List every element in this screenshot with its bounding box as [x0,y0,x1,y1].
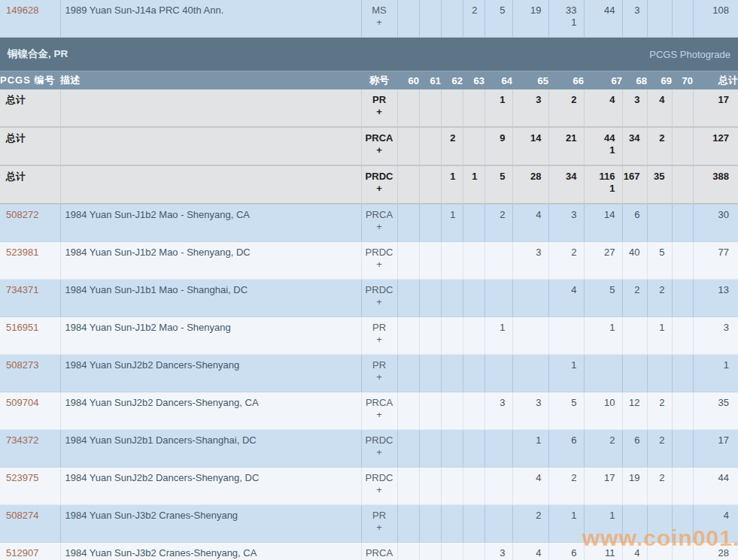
coin-description: 1989 Yuan Sun-J14a PRC 40th Ann. [60,0,361,38]
grade-62-cell [441,392,463,430]
grade-70-cell [672,392,693,430]
grade-69-cell: 4 [647,89,672,127]
grade-62-cell: 1 [441,204,463,242]
grade-67-cell: 11 [584,543,622,560]
grade-67-cell: 14 [584,204,622,242]
grade-62-cell [441,505,463,543]
grade-66-cell: 34 [548,165,584,204]
pcgs-number-link[interactable]: 508274 [0,505,60,543]
grade-70-cell [672,127,693,165]
grade-66-cell: 2 [548,468,584,505]
grade-69-cell: 35 [647,165,672,204]
grade-64-cell [484,505,512,543]
designation-cell: PRCA+ [361,543,397,560]
grade-62-cell [441,280,463,317]
pcgs-number-link[interactable]: 734371 [0,280,60,317]
grade-68-cell: 6 [622,430,647,468]
column-header-63: 63 [463,71,484,90]
column-header-68: 68 [622,71,647,90]
grade-66-cell [548,317,584,355]
pcgs-number-link[interactable]: 523975 [0,468,60,505]
grade-69-cell: 2 [647,392,672,430]
total-row-label: 总计 [0,165,60,204]
designation-cell: PRCA+ [361,392,397,430]
grade-61-cell [419,468,441,505]
column-header-row: PCGS 编号 描述 称号 6061626364656667686970总计 [0,71,738,90]
grade-70-cell [672,0,693,38]
grade-64-cell [484,242,512,280]
grade-65-cell [512,280,548,317]
population-table: 1496281989 Yuan Sun-J14a PRC 40th Ann.MS… [0,0,738,560]
grade-65-cell: 4 [512,468,548,505]
grade-70-cell [672,317,693,355]
column-header-69: 69 [647,71,672,90]
grade-65-cell: 28 [512,165,548,204]
grade-61-cell [419,280,441,317]
grade-66-cell: 2 [548,242,584,280]
column-header-64: 64 [484,71,512,90]
grade-62-cell: 2 [441,127,463,165]
row-total: 1 [693,355,738,392]
grade-63-cell [463,89,484,127]
column-header-total: 总计 [693,71,738,90]
pcgs-number-link[interactable]: 509704 [0,392,60,430]
grade-70-cell [672,165,693,204]
grade-65-cell: 3 [512,242,548,280]
pcgs-number-link[interactable]: 523981 [0,242,60,280]
coin-description: 1984 Yuan SunJ2b2 Dancers-Shenyang, CA [60,392,361,430]
grade-63-cell [463,242,484,280]
grade-69-cell: 2 [647,430,672,468]
grade-64-cell: 1 [484,317,512,355]
row-total: 17 [693,430,738,468]
grade-67-cell: 1 [584,505,622,543]
pcgs-number-link[interactable]: 734372 [0,430,60,468]
grade-60-cell [397,242,419,280]
coin-description [60,89,361,127]
grade-64-cell: 3 [484,392,512,430]
grade-60-cell [397,430,419,468]
grade-61-cell [419,317,441,355]
grade-63-cell: 2 [463,0,484,38]
grade-60-cell [397,280,419,317]
designation-cell: PRDC+ [361,165,397,204]
grade-65-cell: 4 [512,543,548,560]
grade-70-cell [672,468,693,505]
grade-61-cell [419,543,441,560]
grade-68-cell [622,505,647,543]
grade-69-cell [647,0,672,38]
pcgs-number-link[interactable]: 508273 [0,355,60,392]
table-row: 总计PRCA+291421441342127 [0,127,738,165]
grade-63-cell [463,392,484,430]
grade-66-cell: 4 [548,280,584,317]
grade-64-cell: 3 [484,543,512,560]
table-row: 5239811984 Yuan Sun-J1b2 Mao - Shenyang,… [0,242,738,280]
grade-60-cell [397,317,419,355]
table-row: 1496281989 Yuan Sun-J14a PRC 40th Ann.MS… [0,0,738,38]
coin-description: 1984 Yuan SunJ2b2 Dancers-Shenyang, DC [60,468,361,505]
grade-70-cell [672,355,693,392]
pcgs-number-link[interactable]: 512907 [0,543,60,560]
column-header-70: 70 [672,71,693,90]
grade-64-cell [484,355,512,392]
table-row: 5169511984 Yuan Sun-J1b2 Mao - ShenyangP… [0,317,738,355]
pcgs-photograde-link[interactable]: PCGS Photograde [649,49,738,60]
grade-69-cell: 1 [647,317,672,355]
row-total: 44 [693,468,738,505]
column-header-description: 描述 [60,71,361,90]
designation-cell: PRDC+ [361,430,397,468]
grade-63-cell [463,355,484,392]
pcgs-number-link[interactable]: 516951 [0,317,60,355]
table-row: 7343721984 Yuan SunJ2b1 Dancers-Shanghai… [0,430,738,468]
grade-62-cell [441,468,463,505]
grade-68-cell: 12 [622,392,647,430]
grade-63-cell [463,127,484,165]
row-total: 388 [693,165,738,204]
grade-62-cell [441,430,463,468]
pcgs-number-link[interactable]: 149628 [0,0,60,38]
pcgs-number-link[interactable]: 508272 [0,204,60,242]
grade-69-cell [647,204,672,242]
designation-cell: PRCA+ [361,204,397,242]
grade-65-cell: 3 [512,89,548,127]
grade-67-cell: 1 [584,317,622,355]
grade-61-cell [419,127,441,165]
